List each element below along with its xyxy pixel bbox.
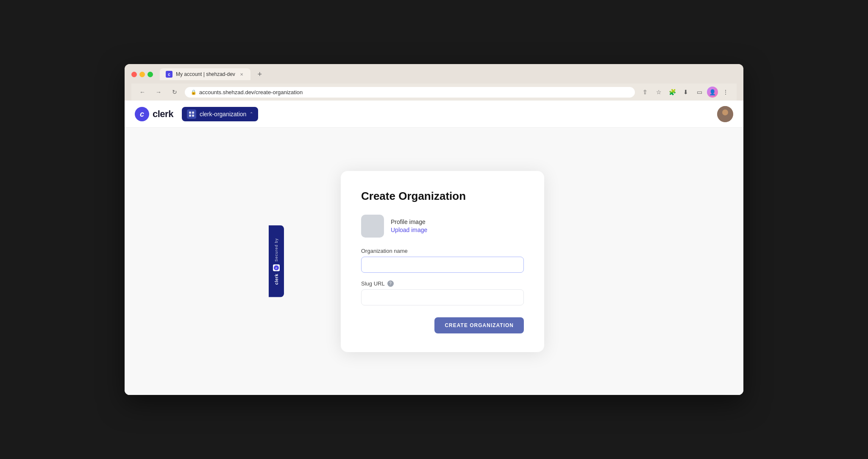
new-tab-button[interactable]: + — [254, 68, 266, 80]
clerk-logo-svg: c — [135, 107, 149, 121]
org-name-label: Organization name — [361, 248, 524, 254]
svg-rect-3 — [192, 112, 194, 114]
org-name-group: Organization name — [361, 248, 524, 273]
svg-text:c: c — [275, 266, 277, 269]
title-bar: c My account | shehzad-dev ✕ + ← → ↻ 🔒 a… — [125, 64, 743, 101]
profile-image-label: Profile image — [391, 218, 427, 225]
header-left: c clerk clerk-organization ⌃ — [135, 107, 258, 121]
slug-url-label-text: Slug URL — [361, 280, 385, 287]
page-content: c clerk clerk-organization ⌃ — [125, 101, 743, 395]
slug-url-label: Slug URL ? — [361, 280, 524, 287]
browser-window: c My account | shehzad-dev ✕ + ← → ↻ 🔒 a… — [125, 64, 743, 395]
modal-title: Create Organization — [361, 190, 524, 203]
traffic-lights — [131, 72, 153, 77]
refresh-button[interactable]: ↻ — [169, 86, 181, 98]
create-org-modal: Create Organization Profile image Upload… — [341, 171, 544, 352]
tab-title: My account | shehzad-dev — [176, 71, 235, 77]
tab-close-button[interactable]: ✕ — [239, 71, 245, 77]
star-icon[interactable]: ☆ — [653, 86, 665, 98]
secured-by-badge[interactable]: Secured by c clerk — [269, 225, 284, 297]
tab-favicon: c — [166, 71, 172, 78]
address-bar-row: ← → ↻ 🔒 accounts.shehzad.dev/create-orga… — [131, 84, 737, 101]
org-icon — [187, 109, 196, 119]
upload-image-link[interactable]: Upload image — [391, 227, 427, 233]
org-icon-svg — [189, 111, 195, 117]
lock-icon: 🔒 — [191, 90, 197, 95]
secured-by-text: Secured by — [274, 238, 278, 262]
share-icon[interactable]: ⇧ — [639, 86, 651, 98]
secured-by-label[interactable]: Secured by c clerk — [269, 225, 284, 297]
forward-button[interactable]: → — [153, 86, 164, 98]
back-button[interactable]: ← — [136, 86, 148, 98]
create-org-button[interactable]: CREATE ORGANIZATION — [434, 317, 524, 333]
download-icon[interactable]: ⬇ — [680, 86, 692, 98]
profile-image-text: Profile image Upload image — [391, 218, 427, 233]
address-bar[interactable]: 🔒 accounts.shehzad.dev/create-organizati… — [185, 87, 635, 98]
svg-rect-5 — [192, 115, 194, 117]
slug-url-input[interactable] — [361, 289, 524, 305]
org-chevron-icon: ⌃ — [250, 112, 253, 116]
active-tab[interactable]: c My account | shehzad-dev ✕ — [160, 68, 250, 80]
toolbar-icons: ⇧ ☆ 🧩 ⬇ ▭ 👤 ⋮ — [639, 86, 732, 98]
app-header: c clerk clerk-organization ⌃ — [125, 101, 743, 128]
maximize-button[interactable] — [147, 72, 153, 77]
slug-url-group: Slug URL ? — [361, 280, 524, 305]
org-switcher[interactable]: clerk-organization ⌃ — [182, 107, 259, 121]
svg-text:c: c — [140, 110, 144, 118]
secured-clerk-logo: c — [273, 264, 280, 271]
form-actions: CREATE ORGANIZATION — [361, 317, 524, 333]
profile-image-section: Profile image Upload image — [361, 215, 524, 238]
sidebar-icon[interactable]: ▭ — [693, 86, 705, 98]
main-area: Secured by c clerk Create Organization — [125, 128, 743, 395]
slug-help-icon[interactable]: ? — [387, 280, 394, 287]
clerk-logo: c clerk — [135, 107, 173, 121]
more-menu-icon[interactable]: ⋮ — [720, 86, 732, 98]
close-button[interactable] — [131, 72, 137, 77]
user-avatar-header[interactable] — [717, 106, 733, 122]
org-name-label-text: Organization name — [361, 248, 408, 254]
secured-clerk-icon: c — [274, 265, 279, 270]
extensions-icon[interactable]: 🧩 — [666, 86, 678, 98]
secured-clerk-brand: clerk — [274, 274, 279, 285]
minimize-button[interactable] — [139, 72, 145, 77]
tab-row: c My account | shehzad-dev ✕ + — [131, 68, 737, 80]
svg-point-7 — [722, 109, 728, 115]
org-name-input[interactable] — [361, 257, 524, 273]
profile-image-placeholder — [361, 215, 384, 238]
svg-rect-2 — [189, 112, 191, 114]
svg-rect-4 — [189, 115, 191, 117]
user-avatar-svg — [717, 106, 733, 122]
profile-avatar-small[interactable]: 👤 — [707, 87, 718, 98]
clerk-brand-name: clerk — [153, 109, 173, 120]
url-text: accounts.shehzad.dev/create-organization — [199, 89, 303, 95]
org-name: clerk-organization — [200, 111, 247, 118]
